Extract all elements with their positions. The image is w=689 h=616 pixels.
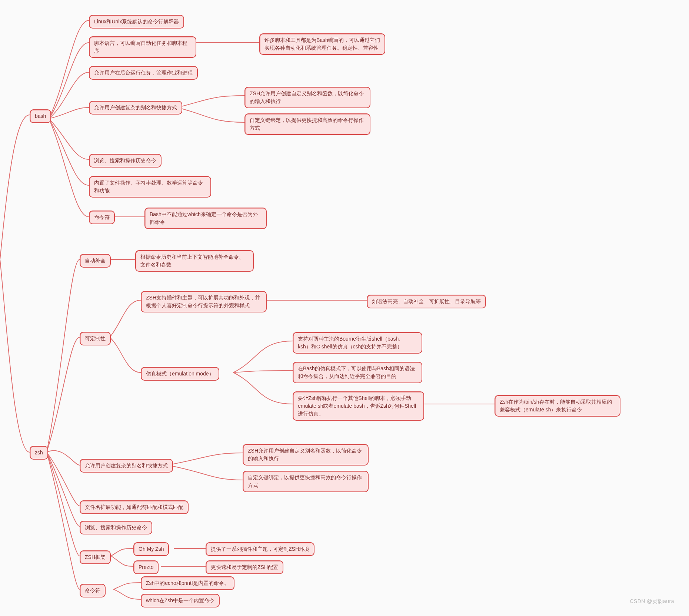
node-bash-c1[interactable]: Linux和Unix系统默认的命令行解释器: [89, 15, 184, 29]
node-bash-c4b[interactable]: 自定义键绑定，以提供更快捷和高效的命令行操作方式: [244, 113, 370, 135]
node-zsh-c7a[interactable]: Zsh中的echo和printf是内置的命令。: [141, 576, 234, 590]
node-bash-c6[interactable]: 内置了文件操作、字符串处理、数学运算等命令和功能: [89, 176, 211, 198]
node-zsh-c2b3[interactable]: 要让Zsh解释执行一个其他Shell的脚本，必须手动emulate sh或者em…: [293, 391, 424, 421]
node-zsh-c6a1[interactable]: 提供了一系列插件和主题，可定制ZSH环境: [206, 542, 314, 556]
node-zsh-c2b2[interactable]: 在Bash的仿真模式下，可以使用与Bash相同的语法和命令集合，从而达到近乎完全…: [293, 362, 422, 383]
node-zsh-c2a[interactable]: ZSH支持插件和主题，可以扩展其功能和外观，并根据个人喜好定制命令行提示符的外观…: [141, 291, 267, 312]
node-zsh-c6b1[interactable]: 更快速和易于定制的ZSH配置: [206, 560, 283, 574]
node-zsh-c2a1[interactable]: 如语法高亮、自动补全、可扩展性、目录导航等: [367, 295, 486, 308]
node-zsh-c6[interactable]: ZSH框架: [80, 550, 111, 564]
node-zsh-c4[interactable]: 文件名扩展功能，如通配符匹配和模式匹配: [80, 500, 189, 514]
node-bash-c2[interactable]: 脚本语言，可以编写自动化任务和脚本程序: [89, 36, 196, 58]
node-zsh-c7b[interactable]: which在Zsh中是一个内置命令: [141, 594, 220, 607]
node-bash-c2a[interactable]: 许多脚本和工具都是为Bash编写的，可以通过它们实现各种自动化和系统管理任务。稳…: [259, 33, 385, 55]
node-zsh-c2b3a[interactable]: Zsh在作为/bin/sh存在时，能够自动采取其相应的兼容模式（emulate …: [495, 395, 620, 417]
node-zsh-c3b[interactable]: 自定义键绑定，以提供更快捷和高效的命令行操作方式: [243, 471, 369, 492]
node-zsh-c1[interactable]: 自动补全: [80, 254, 111, 268]
node-zsh-c2b1[interactable]: 支持对两种主流的Bourne衍生版shell（bash、ksh）和C shell…: [293, 332, 422, 354]
node-bash-c7[interactable]: 命令符: [89, 211, 115, 224]
node-zsh-c5[interactable]: 浏览、搜索和操作历史命令: [80, 521, 152, 534]
node-zsh-c2[interactable]: 可定制性: [80, 332, 111, 345]
node-bash-c4[interactable]: 允许用户创建复杂的别名和快捷方式: [89, 101, 182, 115]
node-bash-c7a[interactable]: Bash中不能通过which来确定一个命令是否为外部命令: [144, 208, 267, 229]
node-zsh-c1a[interactable]: 根据命令历史和当前上下文智能地补全命令、文件名和参数: [135, 250, 254, 272]
watermark: CSDN @灵韵aura: [630, 598, 674, 605]
node-bash[interactable]: bash: [30, 109, 51, 123]
node-bash-c3[interactable]: 允许用户在后台运行任务，管理作业和进程: [89, 66, 198, 80]
node-zsh[interactable]: zsh: [30, 446, 48, 460]
node-bash-c4a[interactable]: ZSH允许用户创建自定义别名和函数，以简化命令的输入和执行: [244, 87, 370, 108]
node-zsh-c3[interactable]: 允许用户创建复杂的别名和快捷方式: [80, 459, 173, 473]
node-bash-c5[interactable]: 浏览、搜索和操作历史命令: [89, 154, 162, 168]
node-zsh-c2b[interactable]: 仿真模式（emulation mode）: [141, 367, 219, 381]
node-zsh-c6a[interactable]: Oh My Zsh: [133, 542, 169, 556]
node-zsh-c7[interactable]: 命令符: [80, 584, 106, 597]
node-zsh-c3a[interactable]: ZSH允许用户创建自定义别名和函数，以简化命令的输入和执行: [243, 444, 369, 466]
node-zsh-c6b[interactable]: Prezto: [133, 560, 159, 574]
